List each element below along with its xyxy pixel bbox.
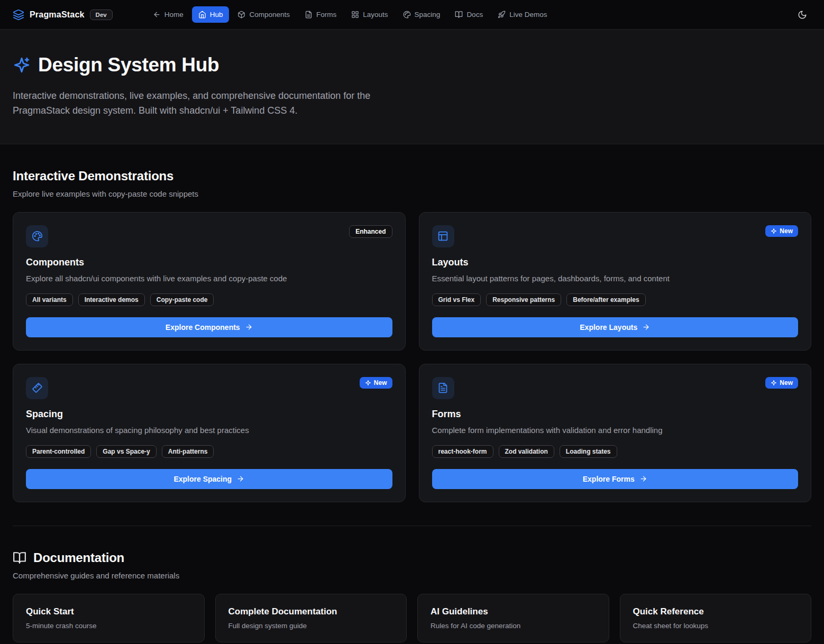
sparkle-icon: [365, 380, 371, 386]
card-title: Components: [26, 257, 392, 268]
docs-subheading: Comprehensive guides and reference mater…: [13, 571, 811, 580]
book-open-icon: [455, 11, 463, 19]
moon-icon: [798, 10, 807, 20]
card-description: Visual demonstrations of spacing philoso…: [26, 425, 392, 436]
page-title: Design System Hub: [38, 54, 219, 76]
nav-spacing[interactable]: Spacing: [397, 6, 447, 23]
card-description: Complete form implementations with valid…: [432, 425, 799, 436]
docs-heading: Documentation: [33, 550, 124, 565]
main-nav: Home Hub Components Forms Layouts Spacin…: [147, 6, 554, 23]
doc-card-description: Rules for AI code generation: [431, 622, 596, 630]
nav-components-label: Components: [249, 11, 290, 19]
doc-card-title: AI Guidelines: [431, 606, 596, 617]
card-title: Spacing: [26, 409, 392, 420]
demo-card-components: Enhanced Components Explore all shadcn/u…: [13, 212, 406, 351]
hero-section: Design System Hub Interactive demonstrat…: [0, 30, 824, 144]
home-icon: [198, 11, 206, 19]
demo-card-grid: Enhanced Components Explore all shadcn/u…: [13, 212, 811, 502]
tag-row: react-hook-form Zod validation Loading s…: [432, 445, 799, 458]
package-icon: [237, 11, 245, 19]
tag-row: Parent-controlled Gap vs Space-y Anti-pa…: [26, 445, 392, 458]
page-subtitle: Interactive demonstrations, live example…: [13, 89, 412, 118]
arrow-left-icon: [153, 11, 161, 19]
brand[interactable]: PragmaStack Dev: [13, 9, 113, 21]
explore-forms-button[interactable]: Explore Forms: [432, 469, 799, 489]
explore-components-button[interactable]: Explore Components: [26, 317, 392, 337]
cta-label: Explore Spacing: [173, 475, 232, 483]
arrow-right-icon: [236, 475, 244, 483]
sparkles-icon: [13, 56, 31, 74]
doc-card-quick-start[interactable]: Quick Start 5-minute crash course: [13, 594, 205, 642]
enhanced-badge: Enhanced: [349, 225, 392, 238]
tag-row: All variants Interactive demos Copy-past…: [26, 293, 392, 306]
nav-docs-label: Docs: [466, 11, 483, 19]
nav-live-demos[interactable]: Live Demos: [491, 6, 553, 23]
nav-components[interactable]: Components: [231, 6, 296, 23]
doc-card-title: Complete Documentation: [228, 606, 394, 617]
doc-card-title: Quick Reference: [633, 606, 799, 617]
new-badge-label: New: [374, 379, 387, 387]
doc-card-quick-reference[interactable]: Quick Reference Cheat sheet for lookups: [620, 594, 812, 642]
nav-layouts-label: Layouts: [363, 11, 388, 19]
tag: react-hook-form: [432, 445, 493, 458]
layers-logo-icon: [13, 9, 24, 21]
file-text-icon: [432, 377, 454, 399]
doc-card-ai-guidelines[interactable]: AI Guidelines Rules for AI code generati…: [417, 594, 609, 642]
nav-live-demos-label: Live Demos: [509, 11, 547, 19]
doc-card-title: Quick Start: [26, 606, 191, 617]
demo-card-spacing: New Spacing Visual demonstrations of spa…: [13, 364, 406, 502]
new-badge-label: New: [780, 379, 793, 387]
tag: Loading states: [560, 445, 617, 458]
nav-forms-label: Forms: [316, 11, 336, 19]
nav-forms[interactable]: Forms: [298, 6, 343, 23]
tag-row: Grid vs Flex Responsive patterns Before/…: [432, 293, 799, 306]
tag: Responsive patterns: [486, 293, 561, 306]
tag: Parent-controlled: [26, 445, 91, 458]
tag: Gap vs Space-y: [96, 445, 156, 458]
card-description: Explore all shadcn/ui components with li…: [26, 273, 392, 284]
dev-badge: Dev: [90, 10, 113, 20]
arrow-right-icon: [245, 323, 253, 331]
rocket-icon: [498, 11, 506, 19]
tag: Anti-patterns: [162, 445, 214, 458]
main-content: Interactive Demonstrations Explore live …: [0, 169, 824, 644]
new-badge: New: [765, 225, 798, 237]
nav-home[interactable]: Home: [147, 6, 190, 23]
nav-docs[interactable]: Docs: [448, 6, 489, 23]
explore-layouts-button[interactable]: Explore Layouts: [432, 317, 799, 337]
nav-spacing-label: Spacing: [415, 11, 441, 19]
sparkle-icon: [771, 380, 777, 386]
card-title: Layouts: [432, 257, 799, 268]
layout-grid-icon: [351, 11, 359, 19]
docs-card-grid: Quick Start 5-minute crash course Comple…: [13, 594, 811, 642]
new-badge: New: [765, 377, 798, 389]
book-open-icon: [13, 551, 26, 565]
demo-card-layouts: New Layouts Essential layout patterns fo…: [419, 212, 812, 351]
palette-icon: [26, 225, 48, 247]
nav-home-label: Home: [164, 11, 184, 19]
demo-card-forms: New Forms Complete form implementations …: [419, 364, 812, 502]
layout-panel-icon: [432, 225, 454, 247]
tag: Copy-paste code: [150, 293, 214, 306]
palette-icon: [403, 11, 411, 19]
new-badge: New: [360, 377, 392, 389]
theme-toggle-button[interactable]: [793, 6, 811, 24]
card-title: Forms: [432, 409, 799, 420]
doc-card-description: Full design system guide: [228, 622, 394, 630]
doc-card-description: Cheat sheet for lookups: [633, 622, 799, 630]
navbar: PragmaStack Dev Home Hub Components Form…: [0, 0, 824, 30]
nav-hub[interactable]: Hub: [192, 6, 230, 23]
brand-name: PragmaStack: [30, 10, 85, 20]
arrow-right-icon: [639, 475, 647, 483]
nav-layouts[interactable]: Layouts: [345, 6, 394, 23]
tag: Interactive demos: [78, 293, 145, 306]
sparkle-icon: [771, 228, 777, 234]
card-description: Essential layout patterns for pages, das…: [432, 273, 799, 284]
arrow-right-icon: [642, 323, 650, 331]
cta-label: Explore Forms: [583, 475, 635, 483]
doc-card-complete-documentation[interactable]: Complete Documentation Full design syste…: [215, 594, 407, 642]
tag: Grid vs Flex: [432, 293, 481, 306]
demos-subheading: Explore live examples with copy-paste co…: [13, 189, 811, 198]
file-text-icon: [305, 11, 313, 19]
explore-spacing-button[interactable]: Explore Spacing: [26, 469, 392, 489]
